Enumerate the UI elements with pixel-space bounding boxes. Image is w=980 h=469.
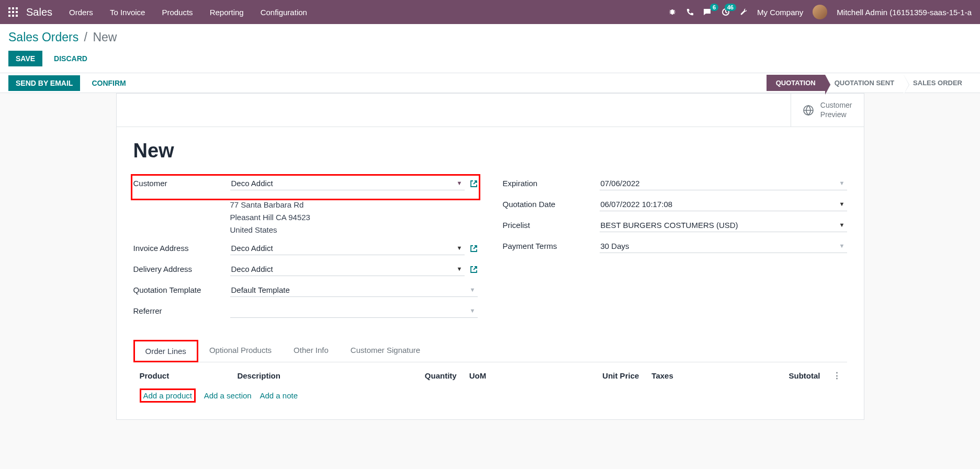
- add-note-link[interactable]: Add a note: [260, 391, 298, 400]
- sheet-body: New Customer ▼: [117, 127, 864, 419]
- row-quotation-template: Quotation Template ▼: [133, 283, 478, 299]
- external-link-icon[interactable]: [470, 245, 478, 253]
- stage-sales-order[interactable]: SALES ORDER: [904, 75, 972, 91]
- globe-icon: [803, 105, 814, 116]
- svg-rect-7: [12, 15, 14, 17]
- nav-configuration[interactable]: Configuration: [261, 8, 307, 17]
- svg-rect-8: [16, 15, 18, 17]
- input-quotation-date[interactable]: [600, 198, 847, 211]
- confirm-button[interactable]: CONFIRM: [84, 75, 133, 91]
- nav-reporting[interactable]: Reporting: [210, 8, 244, 17]
- customer-address: 77 Santa Barbara Rd Pleasant Hill CA 945…: [230, 199, 478, 236]
- stage-quotation-sent[interactable]: QUOTATION SENT: [825, 75, 904, 91]
- company-name[interactable]: My Company: [757, 8, 803, 17]
- phone-icon[interactable]: [686, 8, 694, 16]
- tools-icon[interactable]: [739, 8, 748, 16]
- nav-menu: Orders To Invoice Products Reporting Con…: [69, 8, 307, 17]
- row-quotation-date: Quotation Date ▼: [503, 198, 847, 213]
- label-pricelist: Pricelist: [503, 219, 600, 230]
- tab-order-lines[interactable]: Order Lines: [133, 340, 198, 362]
- row-address: 77 Santa Barbara Rd Pleasant Hill CA 945…: [133, 198, 478, 236]
- label-customer: Customer: [133, 177, 230, 188]
- stage-quotation[interactable]: QUOTATION: [767, 75, 825, 91]
- nav-to-invoice[interactable]: To Invoice: [110, 8, 145, 17]
- top-navbar: Sales Orders To Invoice Products Reporti…: [0, 0, 980, 24]
- input-customer[interactable]: [230, 177, 465, 190]
- th-subtotal: Subtotal: [725, 367, 827, 384]
- th-quantity: Quantity: [360, 367, 463, 384]
- control-panel: Sales Orders / New SAVE DISCARD: [0, 24, 980, 73]
- messages-badge: 6: [710, 4, 718, 11]
- row-delivery-address: Delivery Address ▼: [133, 262, 478, 278]
- form-col-right: Expiration ▼ Quotation Date ▼: [503, 177, 847, 325]
- control-buttons: SAVE DISCARD: [8, 51, 972, 66]
- label-invoice-address: Invoice Address: [133, 242, 230, 253]
- label-expiration: Expiration: [503, 177, 600, 188]
- form-columns: Customer ▼: [133, 177, 847, 325]
- highlight-customer: Customer ▼: [131, 174, 480, 200]
- app-brand[interactable]: Sales: [26, 6, 52, 18]
- form-col-left: Customer ▼: [133, 177, 478, 325]
- status-stages: QUOTATION QUOTATION SENT SALES ORDER: [767, 75, 972, 91]
- row-invoice-address: Invoice Address ▼: [133, 242, 478, 257]
- label-delivery-address: Delivery Address: [133, 262, 230, 273]
- add-section-link[interactable]: Add a section: [204, 391, 252, 400]
- external-link-icon[interactable]: [470, 180, 478, 188]
- external-link-icon[interactable]: [470, 266, 478, 273]
- form-title: New: [133, 140, 847, 162]
- status-buttons: SEND BY EMAIL CONFIRM: [8, 75, 133, 91]
- form-container: Customer Preview New Customer: [116, 93, 864, 432]
- svg-rect-4: [12, 11, 14, 13]
- order-lines-table: Product Description Quantity UoM Unit Pr…: [133, 367, 847, 407]
- activities-icon[interactable]: 46: [722, 8, 730, 16]
- breadcrumb-current: New: [93, 30, 117, 44]
- label-payment-terms: Payment Terms: [503, 239, 600, 250]
- svg-rect-3: [8, 11, 10, 13]
- th-taxes: Taxes: [645, 367, 725, 384]
- breadcrumb-parent[interactable]: Sales Orders: [8, 30, 78, 44]
- svg-rect-1: [12, 7, 14, 9]
- tab-optional-products[interactable]: Optional Products: [198, 340, 283, 362]
- form-sheet: Customer Preview New Customer: [116, 93, 864, 420]
- breadcrumbs: Sales Orders / New: [8, 30, 972, 44]
- svg-rect-6: [8, 15, 10, 17]
- discard-button[interactable]: DISCARD: [47, 51, 95, 66]
- input-delivery-address[interactable]: [230, 262, 465, 276]
- customer-preview-label: Customer Preview: [820, 101, 852, 119]
- send-email-button[interactable]: SEND BY EMAIL: [8, 75, 80, 91]
- sheet-header: Customer Preview: [117, 94, 864, 127]
- input-expiration[interactable]: [600, 177, 847, 190]
- row-payment-terms: Payment Terms ▼: [503, 239, 847, 255]
- messages-icon[interactable]: 6: [703, 8, 712, 16]
- save-button[interactable]: SAVE: [8, 51, 42, 66]
- input-referrer[interactable]: [230, 304, 478, 318]
- label-referrer: Referrer: [133, 304, 230, 315]
- status-row: SEND BY EMAIL CONFIRM QUOTATION QUOTATIO…: [0, 73, 980, 93]
- bug-icon[interactable]: [668, 8, 677, 16]
- user-avatar[interactable]: [813, 5, 827, 19]
- th-product: Product: [133, 367, 231, 384]
- svg-rect-5: [16, 11, 18, 13]
- navbar-right: 6 46 My Company Mitchell Admin (16151359…: [668, 5, 972, 19]
- input-pricelist[interactable]: [600, 219, 847, 232]
- input-quotation-template[interactable]: [230, 283, 478, 297]
- add-product-link[interactable]: Add a product: [140, 388, 196, 403]
- th-uom: UoM: [463, 367, 532, 384]
- input-invoice-address[interactable]: [230, 242, 465, 255]
- user-name[interactable]: Mitchell Admin (16151359-saas-15-1-a: [837, 8, 972, 17]
- kebab-icon[interactable]: ⋮: [833, 371, 841, 380]
- tab-other-info[interactable]: Other Info: [283, 340, 340, 362]
- tab-customer-signature[interactable]: Customer Signature: [340, 340, 431, 362]
- input-payment-terms[interactable]: [600, 239, 847, 253]
- row-expiration: Expiration ▼: [503, 177, 847, 192]
- apps-icon[interactable]: [8, 7, 18, 17]
- customer-preview-button[interactable]: Customer Preview: [791, 94, 864, 127]
- th-unit-price: Unit Price: [532, 367, 646, 384]
- nav-products[interactable]: Products: [162, 8, 193, 17]
- row-referrer: Referrer ▼: [133, 304, 478, 320]
- row-pricelist: Pricelist ▼: [503, 219, 847, 234]
- breadcrumb-separator: /: [84, 30, 87, 44]
- svg-rect-0: [8, 7, 10, 9]
- label-quotation-template: Quotation Template: [133, 283, 230, 294]
- nav-orders[interactable]: Orders: [69, 8, 93, 17]
